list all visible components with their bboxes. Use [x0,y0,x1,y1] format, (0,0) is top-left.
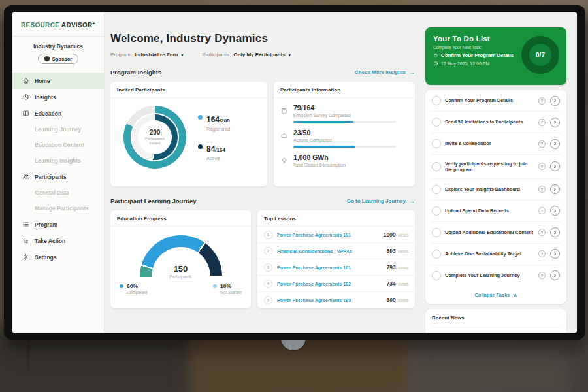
main-content: Welcome, Industry Dynamics Program: Indu… [105,12,421,333]
list-icon [22,221,29,228]
lesson-link[interactable]: Power Purchase Agreements 103 [277,297,387,303]
lesson-link[interactable]: Power Purchase Agreements 101 [277,232,384,238]
chevron-right-button[interactable]: › [550,161,560,171]
invited-donut-center: 200 Participants Invited [138,120,172,154]
clipboard-icon [433,53,438,58]
legend-item-active: 84/164 Active [198,142,230,161]
help-icon[interactable]: ? [538,119,546,126]
help-icon[interactable]: ? [538,163,546,170]
lesson-link[interactable]: Power Purchase Agreements 102 [277,281,387,287]
home-icon [22,77,29,84]
go-to-learning-journey-link[interactable]: Go to Learning Journey→ [347,197,415,204]
collapse-tasks-link[interactable]: Collapse Tasks∧ [431,286,561,304]
sidebar-item-home[interactable]: Home [12,73,104,89]
help-icon[interactable]: ? [538,229,546,236]
legend-label: Active [206,155,225,161]
task-label: Invite a Collaborator [445,140,534,146]
chevron-right-button[interactable]: › [550,270,560,280]
task-checkbox[interactable] [432,271,441,280]
donut-center-value: 200 [150,129,161,136]
sidebar-item-manage-participants[interactable]: Manage Participants [12,201,104,216]
card-title: Education Progress [110,210,251,227]
program-select[interactable]: Program: Industrialize Zero ∨ [110,52,184,57]
help-icon[interactable]: ? [538,140,546,148]
chevron-right-button[interactable]: › [550,227,560,237]
sidebar-item-learning-insights[interactable]: Learning Insights [12,153,104,169]
task-label: Explore Your Insights Dashboard [445,186,534,192]
sidebar-item-learning-journey[interactable]: Learning Journey [12,122,104,137]
help-icon[interactable]: ? [538,272,546,279]
task-checkbox[interactable] [432,185,441,194]
lesson-row: 4 Power Purchase Agreements 102 734 view… [257,276,415,292]
task-checkbox[interactable] [432,162,441,171]
sidebar-item-label: Participants [35,174,67,180]
rank-badge: 4 [264,280,272,288]
task-checkbox[interactable] [432,139,441,148]
chevron-right-button[interactable]: › [550,249,560,259]
sidebar-item-education[interactable]: Education [12,105,104,122]
program-insights-header: Program Insights Check More Insights→ [110,69,415,76]
lesson-row: 5 Power Purchase Agreements 103 600 view… [257,292,415,308]
task-row[interactable]: Complete Your Learning Journey ? › [431,265,561,286]
stat-value: 79/164 [293,105,397,112]
help-icon[interactable]: ? [538,97,546,105]
lightbulb-icon [280,157,288,165]
lesson-row: 1 Power Purchase Agreements 101 1000 vie… [257,227,415,243]
cloud-icon [280,132,288,140]
chevron-right-button[interactable]: › [550,184,560,194]
lesson-row: 2 Financial Considerations - VPPAs 803 v… [257,243,415,259]
stat-label: Actions Completed [293,138,397,142]
task-checkbox[interactable] [432,118,441,127]
insights-cards-row: Invited Participants 200 Participants In… [110,82,415,186]
help-icon[interactable]: ? [538,250,546,257]
task-row[interactable]: Upload Spend Data Records ? › [431,201,561,222]
sidebar-item-general-data[interactable]: General Data [12,185,104,201]
sidebar-nav: Home Insights Education Learning Journey… [12,73,104,265]
card-title: Invited Participants [110,82,267,98]
task-checkbox[interactable] [432,96,441,105]
chevron-right-button[interactable]: › [550,206,560,216]
chevron-right-button[interactable]: › [550,139,560,149]
sidebar-item-settings[interactable]: Settings [12,249,104,265]
todo-progress-value: 0/7 [536,52,545,59]
task-checkbox[interactable] [432,250,441,259]
task-row[interactable]: Upload Additional Educational Content ? … [431,222,561,244]
participants-select[interactable]: Participants: Only My Participants ∨ [202,52,291,57]
sidebar-item-program[interactable]: Program [12,216,104,233]
views-label: views [398,282,408,286]
sidebar-item-take-action[interactable]: Take Action [12,233,104,249]
legend-dot [198,115,203,120]
sponsor-icon [44,56,50,61]
clipboard-icon [280,107,288,115]
task-checkbox[interactable] [432,228,441,237]
sidebar-item-label: Home [35,78,50,84]
task-row[interactable]: Invite a Collaborator ? › [431,133,561,155]
lesson-link[interactable]: Financial Considerations - VPPAs [277,248,387,254]
task-row[interactable]: Explore Your Insights Dashboard ? › [431,179,561,201]
check-more-insights-link[interactable]: Check More Insights→ [355,69,415,76]
sidebar-item-insights[interactable]: Insights [12,89,104,105]
invited-participants-card: Invited Participants 200 Participants In… [110,82,267,186]
program-select-label: Program: [110,52,132,57]
legend-item-not-started: 10%Not Started [213,283,242,295]
lesson-row: 3 Power Purchase Agreements 101 793 view… [257,259,415,276]
sidebar-item-participants[interactable]: Participants [12,169,104,185]
task-row[interactable]: Confirm Your Program Details ? › [431,90,561,112]
sidebar-item-education-content[interactable]: Education Content [12,137,104,153]
lesson-link[interactable]: Power Purchase Agreements 101 [277,265,387,270]
help-icon[interactable]: ? [538,207,546,214]
legend-item-registered: 164/200 Registered [198,113,230,132]
chevron-right-button[interactable]: › [550,118,560,127]
rank-badge: 5 [264,296,272,304]
stat-label: Emission Survey Completed [293,113,397,118]
sidebar-divider [12,36,104,37]
task-row[interactable]: Achieve One Sustainability Target ? › [431,244,561,265]
task-row[interactable]: Verify participants requesting to join t… [431,155,561,179]
help-icon[interactable]: ? [538,186,546,193]
chevron-down-icon: ∨ [288,52,291,57]
education-progress-card: Education Progress 150 Participants 60%C… [110,210,251,308]
chevron-right-button[interactable]: › [550,96,560,106]
task-checkbox[interactable] [432,206,441,216]
card-title: Top Lessons [257,210,415,227]
task-row[interactable]: Send 50 Invitations to Participants ? › [431,112,561,133]
